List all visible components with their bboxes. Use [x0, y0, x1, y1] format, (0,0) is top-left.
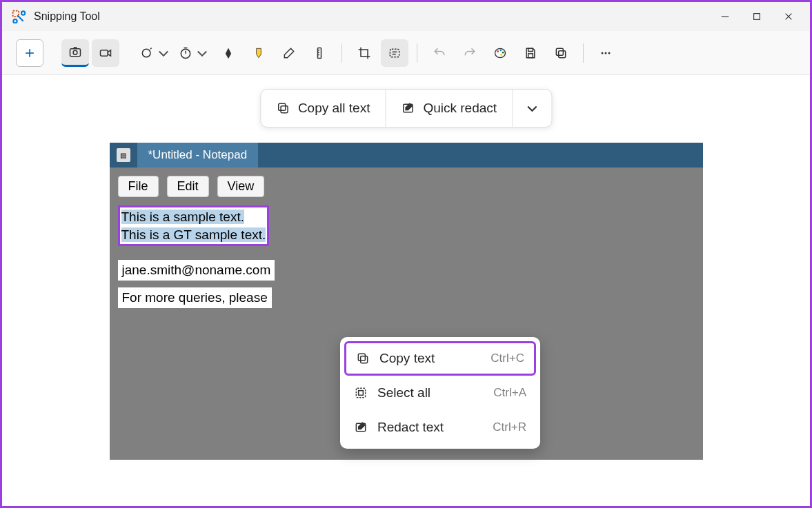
svg-rect-30: [528, 53, 533, 57]
ocr-selected-line: This is a sample text.: [121, 210, 244, 224]
svg-rect-31: [559, 50, 566, 57]
video-mode-button[interactable]: [92, 39, 119, 67]
svg-rect-4: [754, 14, 760, 20]
ocr-selected-text[interactable]: This is a sample text. This is a GT samp…: [118, 205, 270, 246]
delay-button[interactable]: [176, 39, 212, 67]
svg-rect-42: [359, 391, 364, 396]
svg-point-27: [502, 51, 504, 53]
svg-point-1: [13, 19, 17, 23]
svg-point-12: [142, 49, 150, 57]
app-window: Snipping Tool: [0, 0, 812, 508]
crop-button[interactable]: [350, 39, 378, 67]
more-button[interactable]: [592, 39, 620, 67]
snipping-tool-icon: [12, 10, 26, 23]
context-menu-shortcut: Ctrl+R: [493, 420, 526, 434]
svg-rect-41: [356, 388, 365, 397]
window-controls: [709, 6, 804, 28]
notepad-menu-file: File: [118, 176, 159, 197]
toolbar-separator: [583, 43, 584, 63]
redact-icon: [354, 420, 368, 434]
eraser-button[interactable]: [275, 39, 303, 67]
svg-rect-21: [390, 49, 399, 57]
context-menu-copy-text[interactable]: Copy text Ctrl+C: [344, 341, 536, 376]
svg-rect-40: [358, 354, 365, 360]
context-menu-select-all[interactable]: Select all Ctrl+A: [344, 376, 536, 410]
notepad-tab-label: *Untitled - Notepad: [148, 148, 248, 162]
notepad-menu-view: View: [217, 176, 265, 197]
context-menu-shortcut: Ctrl+A: [493, 386, 526, 400]
svg-rect-29: [528, 48, 533, 51]
toolbar-separator: [417, 43, 417, 63]
toolbar-separator: [341, 43, 342, 63]
context-menu-redact-text[interactable]: Redact text Ctrl+R: [344, 410, 536, 445]
svg-rect-32: [556, 48, 563, 55]
quick-redact-dropdown[interactable]: [513, 90, 551, 127]
context-menu-label: Copy text: [379, 351, 435, 366]
select-all-icon: [354, 386, 368, 400]
notepad-menu-edit: Edit: [167, 176, 209, 197]
redact-icon: [401, 101, 415, 115]
ocr-text-line[interactable]: For more queries, please: [118, 287, 272, 308]
edit-in-paint-button[interactable]: [486, 39, 514, 67]
minimize-button[interactable]: [709, 6, 741, 28]
svg-rect-39: [361, 356, 368, 363]
snip-shape-button[interactable]: [137, 39, 173, 67]
context-menu: Copy text Ctrl+C Select all Ctrl+A Redac…: [340, 337, 540, 449]
ocr-text-line[interactable]: jane.smith@noname.com: [118, 260, 275, 281]
copy-button[interactable]: [547, 39, 575, 67]
context-menu-label: Select all: [377, 385, 430, 400]
svg-rect-37: [278, 103, 285, 110]
context-menu-label: Redact text: [377, 420, 444, 435]
close-button[interactable]: [773, 6, 804, 28]
save-button[interactable]: [517, 39, 544, 67]
copy-icon: [356, 352, 370, 365]
text-actions-button[interactable]: [381, 39, 408, 67]
svg-point-33: [602, 52, 604, 54]
svg-rect-36: [281, 106, 288, 113]
undo-button[interactable]: [426, 39, 453, 67]
svg-point-2: [21, 11, 25, 14]
svg-rect-9: [70, 49, 81, 57]
quick-redact-button[interactable]: Quick redact: [386, 90, 513, 127]
titlebar: Snipping Tool: [2, 2, 810, 31]
quick-redact-label: Quick redact: [423, 101, 497, 116]
photo-mode-button[interactable]: [61, 39, 89, 67]
text-actions-bar: Copy all text Quick redact: [260, 89, 552, 128]
svg-point-28: [500, 54, 502, 56]
svg-point-26: [500, 49, 502, 51]
svg-rect-11: [101, 50, 108, 55]
app-title: Snipping Tool: [34, 10, 100, 23]
redo-button[interactable]: [456, 39, 484, 67]
new-snip-button[interactable]: [16, 39, 43, 67]
notepad-menubar: File Edit View: [110, 167, 703, 205]
maximize-button[interactable]: [741, 6, 773, 28]
svg-point-25: [497, 50, 499, 52]
chevron-down-icon: [525, 101, 539, 115]
pen-button[interactable]: [215, 39, 242, 67]
svg-point-10: [73, 50, 77, 54]
notepad-body: This is a sample text. This is a GT samp…: [110, 205, 703, 315]
context-menu-shortcut: Ctrl+C: [491, 352, 524, 365]
notepad-icon: ▤: [117, 148, 130, 162]
copy-icon: [276, 101, 290, 115]
svg-rect-17: [318, 48, 321, 58]
copy-all-text-label: Copy all text: [298, 101, 370, 116]
content-area: Copy all text Quick redact ▤ *Untitled -…: [2, 75, 810, 506]
svg-point-35: [608, 52, 611, 54]
svg-point-34: [605, 52, 607, 54]
svg-line-13: [150, 48, 152, 49]
copy-all-text-button[interactable]: Copy all text: [261, 90, 386, 127]
ruler-button[interactable]: [306, 39, 333, 67]
highlighter-button[interactable]: [245, 39, 273, 67]
notepad-titlebar: ▤ *Untitled - Notepad: [110, 143, 703, 167]
ocr-selected-line: This is a GT sample text.: [121, 227, 266, 242]
notepad-tab: *Untitled - Notepad: [137, 143, 259, 167]
toolbar: [2, 31, 810, 75]
